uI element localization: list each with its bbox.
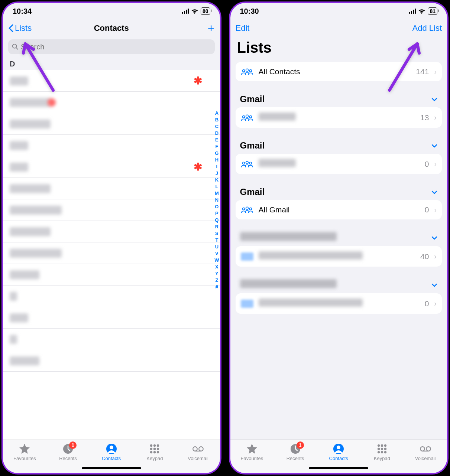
alpha-index-letter[interactable]: #: [214, 284, 219, 290]
alpha-index-letter[interactable]: O: [214, 203, 219, 210]
nav-title: Contacts: [94, 23, 129, 33]
tab-label: Favourites: [240, 456, 263, 461]
back-label: Lists: [15, 23, 32, 33]
contact-row[interactable]: [3, 178, 220, 199]
account-header[interactable]: [230, 279, 447, 293]
tab-keypad[interactable]: Keypad: [138, 443, 171, 473]
alpha-index-letter[interactable]: Q: [214, 217, 219, 224]
svg-point-11: [150, 451, 152, 453]
lists-content[interactable]: All Contacts 141 › Gmail13›Gmail0›GmailA…: [230, 61, 447, 440]
svg-point-36: [381, 448, 383, 450]
alpha-index-letter[interactable]: Z: [214, 277, 219, 284]
alpha-index-letter[interactable]: U: [214, 244, 219, 250]
account-name: Gmail: [240, 140, 265, 151]
svg-point-9: [153, 448, 156, 450]
contact-row[interactable]: ✱: [3, 70, 220, 92]
contact-row[interactable]: [3, 199, 220, 221]
alpha-index[interactable]: ABCDEFGHIJKLMNOPQRSTUVWXYZ#: [214, 110, 219, 290]
alpha-index-letter[interactable]: K: [214, 177, 219, 183]
svg-point-13: [157, 451, 159, 453]
account-header[interactable]: Gmail: [230, 187, 447, 200]
alpha-index-letter[interactable]: L: [214, 183, 219, 190]
alpha-index-letter[interactable]: F: [214, 143, 219, 150]
home-indicator[interactable]: [82, 467, 141, 469]
contact-row[interactable]: [3, 113, 220, 135]
contact-row[interactable]: [3, 92, 220, 113]
status-time: 10:30: [240, 7, 259, 16]
list-row[interactable]: 13›: [236, 107, 442, 128]
alpha-index-letter[interactable]: C: [214, 123, 219, 130]
badge: 1: [69, 441, 77, 449]
svg-line-1: [16, 48, 18, 50]
svg-point-40: [384, 451, 386, 453]
alpha-index-letter[interactable]: N: [214, 197, 219, 203]
edit-button[interactable]: Edit: [236, 23, 250, 33]
alpha-index-letter[interactable]: J: [214, 170, 219, 177]
list-row[interactable]: 0›: [236, 154, 442, 174]
alpha-index-letter[interactable]: R: [214, 224, 219, 230]
alpha-index-letter[interactable]: Y: [214, 270, 219, 277]
chevron-down-icon: [431, 188, 437, 196]
alpha-index-letter[interactable]: S: [214, 230, 219, 237]
tab-favourites[interactable]: Favourites: [235, 443, 269, 473]
svg-point-17: [246, 69, 248, 71]
back-button[interactable]: Lists: [8, 23, 32, 33]
star-icon: ✱: [194, 75, 202, 87]
contact-row[interactable]: [3, 350, 220, 372]
tab-recents[interactable]: 1Recents: [51, 443, 85, 473]
row-label: [259, 113, 415, 123]
list-card: 0›: [236, 293, 442, 314]
contact-row[interactable]: [3, 329, 220, 350]
tab-favourites[interactable]: Favourites: [8, 443, 41, 473]
all-contacts-row[interactable]: All Contacts 141 ›: [236, 62, 442, 81]
alpha-index-letter[interactable]: T: [214, 237, 219, 244]
add-list-button[interactable]: Add List: [412, 23, 442, 33]
home-indicator[interactable]: [309, 467, 368, 469]
account-header[interactable]: Gmail: [230, 94, 447, 107]
contact-row[interactable]: [3, 307, 220, 329]
svg-point-25: [249, 162, 252, 164]
chevron-right-icon: ›: [434, 299, 437, 308]
alpha-index-letter[interactable]: A: [214, 110, 219, 117]
search-bar[interactable]: [8, 39, 215, 54]
contacts-icon: [333, 443, 344, 455]
chevron-down-icon: [431, 281, 437, 289]
alpha-index-letter[interactable]: I: [214, 163, 219, 170]
chevron-left-icon: [8, 24, 13, 32]
status-right: 81: [409, 7, 437, 15]
alpha-index-letter[interactable]: H: [214, 157, 219, 163]
tab-voicemail[interactable]: Voicemail: [409, 443, 442, 473]
svg-point-37: [384, 448, 386, 450]
row-label: [259, 159, 420, 169]
battery-icon: 81: [428, 7, 437, 15]
alpha-index-letter[interactable]: V: [214, 250, 219, 257]
contact-row[interactable]: [3, 242, 220, 264]
blurred-icon: [241, 252, 253, 261]
tab-recents[interactable]: 1Recents: [279, 443, 312, 473]
alpha-index-letter[interactable]: E: [214, 137, 219, 143]
contact-row[interactable]: [3, 286, 220, 307]
alpha-index-letter[interactable]: P: [214, 210, 219, 217]
alpha-index-letter[interactable]: M: [214, 190, 219, 197]
alpha-index-letter[interactable]: B: [214, 117, 219, 123]
contact-row[interactable]: [3, 135, 220, 156]
alpha-index-letter[interactable]: D: [214, 130, 219, 137]
account-header[interactable]: [230, 232, 447, 246]
list-row[interactable]: 40›: [236, 246, 442, 267]
list-row[interactable]: 0›: [236, 293, 442, 314]
tab-keypad[interactable]: Keypad: [365, 443, 399, 473]
contact-row[interactable]: [3, 264, 220, 286]
tab-voicemail[interactable]: Voicemail: [181, 443, 215, 473]
svg-point-21: [242, 115, 245, 118]
alpha-index-letter[interactable]: X: [214, 264, 219, 270]
svg-point-38: [378, 451, 380, 453]
alpha-index-letter[interactable]: W: [214, 257, 219, 264]
list-row[interactable]: All Gmail0›: [236, 200, 442, 219]
contact-row[interactable]: [3, 221, 220, 242]
add-button[interactable]: +: [208, 22, 215, 35]
account-header[interactable]: Gmail: [230, 140, 447, 154]
contact-row[interactable]: ✱: [3, 156, 220, 178]
alpha-index-letter[interactable]: G: [214, 150, 219, 157]
search-input[interactable]: [21, 43, 211, 51]
contacts-list[interactable]: D ✱ ✱ ABCDEFGHIJKLMNOPQRSTUVWXYZ#: [3, 58, 220, 440]
